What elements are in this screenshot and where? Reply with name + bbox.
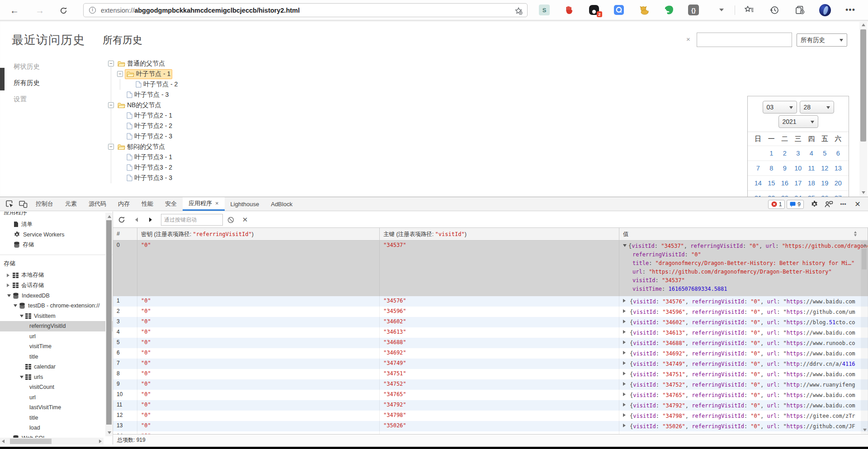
sidebar-item-Service Workers[interactable]: Service Workers: [0, 230, 113, 240]
q-letter-extension-icon[interactable]: [613, 5, 624, 15]
table-row[interactable]: 2"0""34596"{visitId: "34596", referringV…: [113, 307, 868, 317]
sidebar-item-存储[interactable]: 存储: [0, 240, 113, 250]
table-row[interactable]: 3"0""34602"{visitId: "34602", referringV…: [113, 317, 868, 327]
tree-node-cell[interactable]: NB的父节点: [116, 100, 163, 110]
clear-search-icon[interactable]: ×: [686, 35, 690, 43]
storage-tree-item-title[interactable]: title: [0, 413, 113, 423]
storage-tree-item-url[interactable]: url: [0, 331, 113, 342]
disclosure-triangle-collapsed[interactable]: [623, 372, 627, 375]
tree-node-label[interactable]: 叶子节点2 - 3: [134, 132, 172, 141]
tab-安全[interactable]: 安全: [159, 197, 183, 211]
tree-node[interactable]: −郁闷的父节点: [108, 142, 179, 152]
table-row[interactable]: 8"0""34751"{visitId: "34751", referringV…: [113, 369, 868, 379]
tree-node-cell[interactable]: 叶子节点 - 2: [134, 80, 179, 90]
disclosure-triangle-collapsed[interactable]: [623, 351, 627, 354]
tree-node-selected[interactable]: 叶子节点 - 1: [125, 69, 172, 79]
calendar-date[interactable]: 9: [778, 165, 792, 172]
scrollbar-thumb[interactable]: [860, 29, 866, 142]
calendar-date[interactable]: 4: [805, 150, 818, 157]
table-row[interactable]: 1"0""34576"{visitId: "34576", referringV…: [113, 296, 868, 307]
table-row[interactable]: 11"0""34792"{visitId: "34792", referring…: [113, 400, 868, 411]
calendar-date[interactable]: 18: [805, 180, 818, 187]
tree-node-cell[interactable]: 普通的父节点: [116, 59, 167, 69]
calendar-date[interactable]: 6: [831, 150, 845, 157]
scroll-right-arrow[interactable]: [99, 440, 104, 443]
favorites-bar-icon[interactable]: [743, 4, 755, 16]
tree-node-label[interactable]: 叶子节点3 - 2: [134, 164, 172, 172]
sidebar-item-清单[interactable]: 清单: [0, 219, 113, 230]
calendar-date[interactable]: 3: [792, 150, 805, 157]
tree-node-label[interactable]: 叶子节点3 - 1: [134, 153, 172, 161]
tab-控制台[interactable]: 控制台: [30, 197, 59, 211]
disclosure-triangle-expanded[interactable]: [623, 244, 627, 247]
cat-extension-icon[interactable]: [638, 5, 649, 15]
chevron-expanded-icon[interactable]: [7, 294, 11, 299]
tree-node-label[interactable]: 叶子节点3 - 3: [134, 174, 172, 182]
address-bar[interactable]: i extension://abggodgmpbckkahmcdcemigclb…: [83, 3, 528, 17]
tree-node-label[interactable]: NB的父节点: [127, 101, 161, 109]
tree-node[interactable]: −普通的父节点: [108, 58, 179, 69]
calendar-date[interactable]: 14: [751, 180, 765, 187]
next-page-icon[interactable]: [146, 216, 155, 224]
table-row[interactable]: 7"0""34749"{visitId: "34749", referringV…: [113, 359, 868, 369]
stop-hand-extension-icon[interactable]: [564, 5, 575, 15]
sidebar-item-link[interactable]: 树状历史: [14, 58, 40, 75]
calendar-date[interactable]: 11: [805, 165, 818, 172]
column-header-index[interactable]: #: [113, 228, 137, 240]
column-header-key[interactable]: 密钥 (注册表项路径: "referringVisitId"): [137, 228, 380, 240]
forward-button[interactable]: →: [34, 5, 45, 16]
sidebar-horizontal-scrollbar[interactable]: [0, 438, 104, 444]
calendar-date[interactable]: 20: [831, 180, 845, 187]
browser-menu-icon[interactable]: •••: [844, 4, 856, 16]
tree-node-cell[interactable]: 郁闷的父节点: [116, 142, 167, 152]
calendar-date[interactable]: 1: [765, 150, 778, 157]
disclosure-triangle-collapsed[interactable]: [623, 330, 627, 334]
calendar-date[interactable]: 5: [818, 150, 832, 157]
calendar-date[interactable]: 12: [818, 165, 832, 172]
chevron-expanded-icon[interactable]: [20, 376, 24, 380]
tab-内存[interactable]: 内存: [112, 197, 136, 211]
inspect-element-icon[interactable]: [3, 197, 16, 211]
tree-collapse-toggle[interactable]: −: [108, 102, 114, 108]
feedback-icon[interactable]: [823, 199, 835, 210]
scroll-up-arrow[interactable]: [105, 213, 113, 220]
scroll-up-arrow[interactable]: [861, 241, 868, 248]
tree-node-cell[interactable]: 叶子节点3 - 1: [125, 152, 174, 162]
info-icon[interactable]: i: [89, 7, 96, 14]
favorite-star-icon[interactable]: [514, 7, 523, 15]
s-letter-extension-icon[interactable]: S: [539, 5, 550, 15]
tab-元素[interactable]: 元素: [59, 197, 83, 211]
tree-node[interactable]: 叶子节点 - 2: [126, 79, 179, 90]
disclosure-triangle-collapsed[interactable]: [623, 424, 627, 427]
tree-node-cell[interactable]: 叶子节点2 - 3: [125, 132, 174, 142]
scrollbar-thumb[interactable]: [862, 249, 867, 269]
disclosure-triangle-collapsed[interactable]: [623, 320, 627, 323]
tree-node[interactable]: 叶子节点3 - 1: [117, 152, 179, 162]
table-row[interactable]: 10"0""34765"{visitId: "34765", referring…: [113, 390, 868, 400]
storage-tree-item-calendar[interactable]: calendar: [0, 362, 113, 372]
scroll-down-arrow[interactable]: [105, 429, 113, 436]
scrollbar-thumb[interactable]: [10, 439, 52, 444]
tree-node[interactable]: 叶子节点3 - 2: [117, 162, 179, 173]
tab-close-icon[interactable]: ×: [215, 200, 219, 207]
device-toolbar-icon[interactable]: [16, 197, 30, 211]
tree-node[interactable]: −NB的父节点: [108, 100, 179, 110]
clear-icon[interactable]: ✕: [241, 216, 249, 224]
history-scope-select[interactable]: 所有历史: [797, 33, 847, 47]
extensions-menu-chevron-icon[interactable]: [719, 9, 724, 11]
column-header-value[interactable]: 值: [619, 228, 868, 240]
disclosure-triangle-collapsed[interactable]: [623, 392, 627, 396]
tree-node[interactable]: 叶子节点2 - 2: [117, 121, 179, 131]
table-row[interactable]: 0"0""34537"{visitId: "34537", referringV…: [113, 241, 868, 296]
calendar-date[interactable]: 13: [831, 165, 845, 172]
disclosure-triangle-collapsed[interactable]: [623, 413, 627, 417]
history-search-input[interactable]: [697, 33, 792, 47]
tree-collapse-toggle[interactable]: −: [108, 61, 114, 66]
scroll-down-arrow[interactable]: [859, 189, 867, 196]
calendar-year-select[interactable]: 2021: [778, 115, 818, 128]
back-button[interactable]: ←: [9, 5, 20, 16]
scroll-left-arrow[interactable]: [0, 440, 5, 443]
table-row[interactable]: 9"0""34752"{visitId: "34752", referringV…: [113, 379, 868, 390]
tree-node[interactable]: 叶子节点 - 3: [117, 90, 179, 100]
tree-node[interactable]: −叶子节点 - 1: [117, 69, 179, 79]
